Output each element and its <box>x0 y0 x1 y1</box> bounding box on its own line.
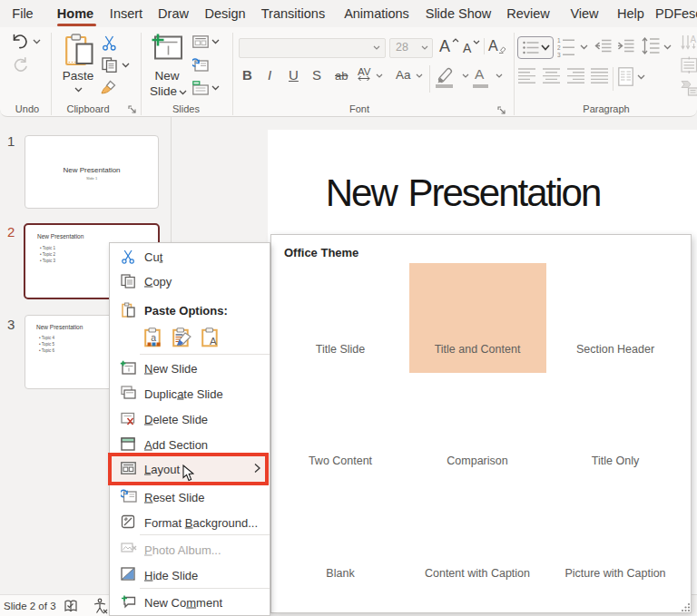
svg-text:A: A <box>210 336 217 347</box>
svg-text:3: 3 <box>557 52 561 58</box>
svg-text:A: A <box>691 34 697 44</box>
svg-text:a: a <box>151 332 156 343</box>
svg-text:2: 2 <box>557 44 561 51</box>
svg-text:1: 1 <box>557 37 561 44</box>
